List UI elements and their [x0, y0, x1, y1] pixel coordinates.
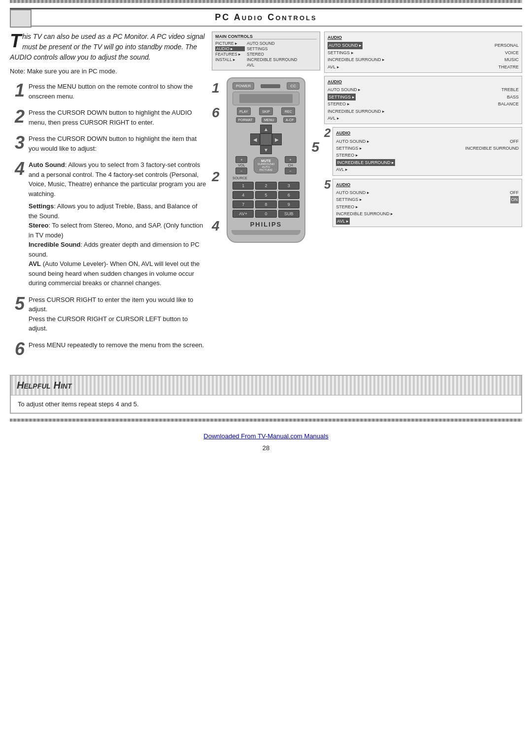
page-header: PC Audio Controls [10, 8, 522, 27]
dpad-left-button[interactable]: ◀ [250, 133, 260, 145]
audio-row-incredible-3: INCREDIBLE SURROUND ▸ [336, 159, 519, 166]
panel-3-badge: 2 [324, 127, 331, 139]
rec-button[interactable]: REC [281, 107, 295, 115]
btn-0[interactable]: 0 [255, 210, 276, 218]
drop-cap: T [10, 32, 21, 50]
btn-6[interactable]: 6 [278, 191, 299, 199]
step-1-text: Press the MENU button on the remote cont… [29, 82, 207, 101]
audio-panel-4: AUDIO AUTO SOUND ▸ OFF SETTINGS ▸ ON STE… [332, 179, 522, 227]
btn-4[interactable]: 4 [233, 191, 254, 199]
picture-label: PICTURE [257, 168, 275, 171]
btn-3[interactable]: 3 [278, 182, 299, 190]
dpad-center-button[interactable] [260, 133, 272, 145]
audio-row-autosound-1: AUTO SOUND ▸ PERSONAL [328, 42, 519, 49]
btn-1[interactable]: 1 [233, 182, 254, 190]
remote-brand: PHILIPS [233, 221, 299, 228]
audio-row-autosound-3: AUTO SOUND ▸ OFF [336, 138, 519, 145]
step-3: 3 Press the CURSOR DOWN button to highli… [10, 134, 207, 153]
play-button[interactable]: PLAY [237, 107, 251, 115]
audio-row-avl-4: AVL ▸ [336, 218, 519, 225]
page-title: PC Audio Controls [215, 12, 317, 22]
btn-7[interactable]: 7 [233, 200, 254, 208]
cc-button[interactable]: CC [287, 82, 299, 90]
remote-format-row: FORMAT MENU A-CF [233, 117, 299, 123]
ch-label: CH [288, 164, 293, 167]
remote-bottom-strip [232, 230, 300, 235]
audio-panel-4-wrapper: 5 AUDIO AUTO SOUND ▸ OFF SETTINGS ▸ ON S… [324, 179, 522, 227]
menu-row-install: INSTALL ▸ INCREDIBLE SURROUND [215, 57, 317, 62]
audio-panel-1-title: AUDIO [328, 34, 519, 41]
audio-panel-1: AUDIO AUTO SOUND ▸ PERSONAL SETTINGS ▸ V… [324, 32, 522, 73]
step-4-autosound-label: Auto Sound [29, 161, 65, 168]
main-menu-title: MAIN CONTROLS [215, 34, 317, 39]
power-button[interactable]: POWER [233, 82, 254, 90]
step-4-text: Auto Sound: Allows you to select from 3 … [29, 160, 207, 288]
audio-panel-3-title: AUDIO [336, 130, 519, 136]
dpad-right-button[interactable]: ▶ [272, 133, 282, 145]
hint-header: Helpful Hint [11, 376, 521, 395]
menu-row-features: FEATURES ▸ STEREO [215, 52, 317, 57]
audio-row-stereo-3: STEREO ▸ [336, 152, 519, 159]
step-4-number: 4 [10, 160, 25, 178]
helpful-hint-box: Helpful Hint To adjust other items repea… [10, 375, 522, 414]
vol-plus-button[interactable]: + [235, 156, 247, 163]
vol-label: VOL [238, 164, 245, 167]
audio-row-avl-1: AVL ▸ THEATRE [328, 64, 519, 70]
audio-row-stereo-2: STEREO ▸ BALANCE [328, 100, 519, 107]
remote-indicator [261, 84, 280, 88]
step-1-number: 1 [10, 82, 25, 99]
main-content: T his TV can also be used as a PC Monito… [10, 32, 522, 365]
remote-step-badge-1: 1 [212, 80, 220, 96]
btn-5[interactable]: 5 [255, 191, 276, 199]
dpad-down-button[interactable]: ▼ [260, 145, 272, 154]
remote-step-badge-5: 5 [311, 139, 319, 155]
skip-button[interactable]: SKIP [259, 107, 273, 115]
audio-panel-2: AUDIO AUTO SOUND ▸ TREBLE SETTINGS ▸ BAS… [324, 76, 522, 124]
format-button[interactable]: FORMAT [236, 117, 255, 123]
btn-sub[interactable]: SUB [278, 210, 299, 218]
remote-screen [239, 94, 292, 103]
btn-2[interactable]: 2 [255, 182, 276, 190]
btn-9[interactable]: 9 [278, 200, 299, 208]
remote-small-btns: PLAY SKIP REC [233, 107, 299, 115]
intro-text: his TV can also be used as a PC Monitor.… [10, 33, 205, 61]
hint-title: Helpful Hint [17, 380, 71, 391]
audio-row-incredible-1: INCREDIBLE SURROUND ▸ MUSIC [328, 56, 519, 63]
btn-av[interactable]: AV+ [233, 210, 254, 218]
menu-button[interactable]: MENU [262, 117, 277, 123]
source-label: SOURCE [233, 176, 247, 180]
ch-minus-button[interactable]: − [285, 167, 297, 174]
left-column: T his TV can also be used as a PC Monito… [10, 32, 207, 365]
remote-step-badge-2: 2 [212, 169, 220, 185]
audio-panels-column: AUDIO AUTO SOUND ▸ PERSONAL SETTINGS ▸ V… [324, 32, 522, 227]
page-number: 28 [0, 444, 532, 452]
dpad-up-row: ▲ [260, 125, 272, 133]
top-decorative-strip [10, 0, 522, 3]
btn-8[interactable]: 8 [255, 200, 276, 208]
ch-plus-button[interactable]: + [285, 156, 297, 163]
audio-row-settings-3: SETTINGS ▸ INCREDIBLE SURROUND [336, 145, 519, 152]
audio-row-stereo-4: STEREO ▸ [336, 203, 519, 210]
dpad-up-button[interactable]: ▲ [260, 125, 272, 133]
center-btn-group: MUTE SURROUND AUTO PICTURE [254, 157, 278, 173]
acf-button[interactable]: A-CF [283, 117, 296, 123]
audio-panel-4-title: AUDIO [336, 181, 519, 188]
right-column: MAIN CONTROLS PICTURE ▸ AUTO SOUND AUDIO… [212, 32, 522, 365]
remote-step-badge-6: 6 [212, 105, 220, 121]
remote-control: POWER CC PLAY SKIP REC [227, 77, 305, 243]
step-6: 6 Press MENU repeatedly to remove the me… [10, 340, 207, 358]
step-4-incredible-label: Incredible Sound [29, 241, 80, 248]
step-2-number: 2 [10, 108, 25, 126]
note-text: Note: Make sure you are in PC mode. [10, 67, 207, 75]
hint-body: To adjust other items repeat steps 4 and… [11, 395, 521, 413]
mute-button-label[interactable]: MUTE [257, 159, 275, 163]
footer-link[interactable]: Downloaded From TV-Manual.com Manuals [203, 432, 328, 440]
step-2: 2 Press the CURSOR DOWN button to highli… [10, 108, 207, 127]
audio-row-settings-2: SETTINGS ▸ BASS [328, 94, 519, 100]
remote-top-bar: POWER CC [233, 82, 299, 90]
vol-minus-button[interactable]: − [235, 167, 247, 174]
step-2-text: Press the CURSOR DOWN button to highligh… [29, 108, 207, 127]
step-1: 1 Press the MENU button on the remote co… [10, 82, 207, 101]
audio-row-incredible-4: INCREDIBLE SURROUND ▸ [336, 210, 519, 217]
step-4: 4 Auto Sound: Allows you to select from … [10, 160, 207, 288]
